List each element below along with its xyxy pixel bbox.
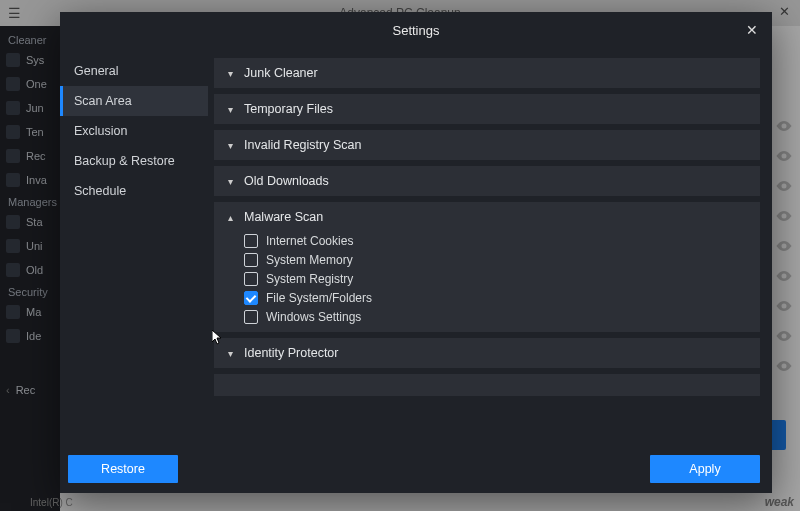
option-file-system-folders[interactable]: File System/Folders	[244, 291, 750, 305]
section-label: Old Downloads	[244, 174, 329, 188]
section-invalid-registry: ▾ Invalid Registry Scan	[214, 130, 760, 160]
apply-button[interactable]: Apply	[650, 455, 760, 483]
settings-modal: Settings ✕ General Scan Area Exclusion B…	[60, 12, 772, 493]
section-junk-cleaner: ▾ Junk Cleaner	[214, 58, 760, 88]
settings-nav: General Scan Area Exclusion Backup & Res…	[60, 48, 208, 445]
section-body: Internet Cookies System Memory System Re…	[214, 232, 760, 332]
modal-header: Settings ✕	[60, 12, 772, 48]
checkbox[interactable]	[244, 310, 258, 324]
nav-item-backup-restore[interactable]: Backup & Restore	[60, 146, 208, 176]
chevron-up-icon: ▴	[224, 212, 236, 223]
checkbox[interactable]	[244, 272, 258, 286]
option-label: System Memory	[266, 253, 353, 267]
nav-item-scan-area[interactable]: Scan Area	[60, 86, 208, 116]
option-label: Internet Cookies	[266, 234, 353, 248]
section-label: Malware Scan	[244, 210, 323, 224]
option-label: System Registry	[266, 272, 353, 286]
option-label: File System/Folders	[266, 291, 372, 305]
section-header[interactable]: ▾ Identity Protector	[214, 338, 760, 368]
option-windows-settings[interactable]: Windows Settings	[244, 310, 750, 324]
option-system-registry[interactable]: System Registry	[244, 272, 750, 286]
modal-footer: Restore Apply	[60, 445, 772, 493]
chevron-down-icon: ▾	[224, 140, 236, 151]
section-header[interactable]: ▾ Old Downloads	[214, 166, 760, 196]
settings-panel: ▾ Junk Cleaner ▾ Temporary Files ▾ Inval…	[208, 48, 772, 445]
option-internet-cookies[interactable]: Internet Cookies	[244, 234, 750, 248]
section-header[interactable]: ▾ Invalid Registry Scan	[214, 130, 760, 160]
option-system-memory[interactable]: System Memory	[244, 253, 750, 267]
section-header[interactable]: ▾ Temporary Files	[214, 94, 760, 124]
modal-title: Settings	[393, 23, 440, 38]
nav-item-general[interactable]: General	[60, 56, 208, 86]
section-temporary-files: ▾ Temporary Files	[214, 94, 760, 124]
nav-item-exclusion[interactable]: Exclusion	[60, 116, 208, 146]
section-header[interactable]: ▾ Junk Cleaner	[214, 58, 760, 88]
section-label: Identity Protector	[244, 346, 339, 360]
restore-button[interactable]: Restore	[68, 455, 178, 483]
option-label: Windows Settings	[266, 310, 361, 324]
checkbox[interactable]	[244, 234, 258, 248]
section-malware-scan: ▴ Malware Scan Internet Cookies System M…	[214, 202, 760, 332]
close-icon[interactable]: ✕	[742, 20, 762, 40]
checkbox[interactable]	[244, 253, 258, 267]
checkbox[interactable]	[244, 291, 258, 305]
section-old-downloads: ▾ Old Downloads	[214, 166, 760, 196]
chevron-down-icon: ▾	[224, 176, 236, 187]
section-identity-protector: ▾ Identity Protector	[214, 338, 760, 368]
nav-item-schedule[interactable]: Schedule	[60, 176, 208, 206]
section-label: Temporary Files	[244, 102, 333, 116]
chevron-down-icon: ▾	[224, 348, 236, 359]
chevron-down-icon: ▾	[224, 104, 236, 115]
section-header[interactable]: ▴ Malware Scan	[214, 202, 760, 232]
section-empty	[214, 374, 760, 396]
chevron-down-icon: ▾	[224, 68, 236, 79]
section-label: Invalid Registry Scan	[244, 138, 361, 152]
section-label: Junk Cleaner	[244, 66, 318, 80]
